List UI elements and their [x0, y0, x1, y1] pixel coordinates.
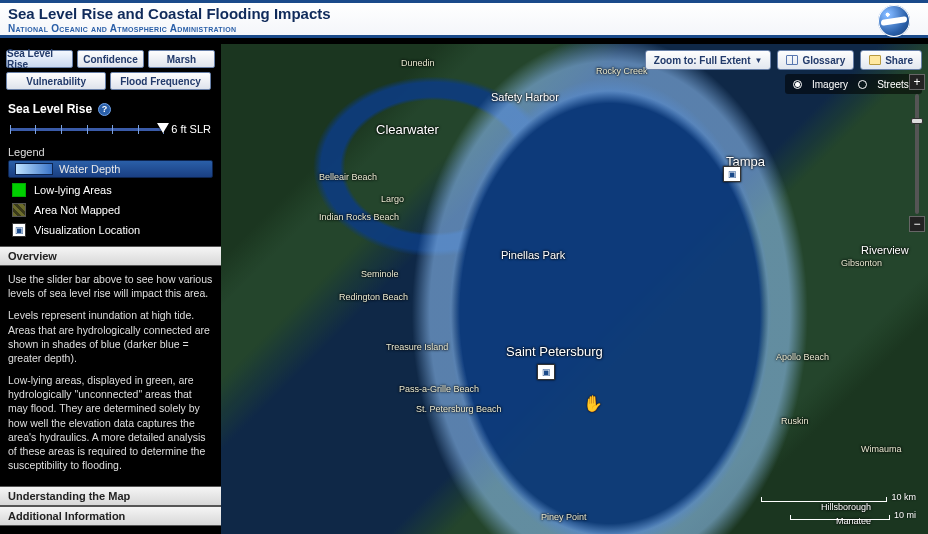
help-icon[interactable]: ? — [98, 103, 111, 116]
map-top-controls: Zoom to: Full Extent ▼ Glossary Share — [645, 50, 922, 70]
slider-section-label: Sea Level Rise ? — [0, 96, 221, 118]
book-icon — [786, 55, 798, 65]
zoom-in-button[interactable]: + — [909, 74, 925, 90]
tab-vulnerability[interactable]: Vulnerability — [6, 72, 106, 90]
not-mapped-swatch-icon — [12, 203, 26, 217]
zoom-to-dropdown[interactable]: Zoom to: Full Extent ▼ — [645, 50, 772, 70]
zoom-thumb[interactable] — [911, 118, 923, 124]
label-rocky-creek: Rocky Creek — [596, 66, 648, 76]
accordion-overview-header[interactable]: Overview — [0, 246, 221, 266]
page-subtitle: National Oceanic and Atmospheric Adminis… — [8, 23, 920, 34]
label-saint-petersburg: Saint Petersburg — [506, 344, 603, 359]
legend-viz-location: ▣ Visualization Location — [0, 220, 221, 240]
layer-tabs: Sea Level Rise Confidence Marsh Vulnerab… — [0, 44, 221, 96]
slider-thumb[interactable] — [157, 123, 169, 133]
sidebar: Sea Level Rise Confidence Marsh Vulnerab… — [0, 44, 221, 534]
scale-bar-km: 10 km — [761, 492, 916, 502]
label-pinellas-park: Pinellas Park — [501, 249, 565, 261]
legend-low-lying: Low-lying Areas — [0, 180, 221, 200]
zoom-to-label: Zoom to: Full Extent — [654, 55, 751, 66]
label-piney-point: Piney Point — [541, 512, 587, 522]
app-header: Sea Level Rise and Coastal Flooding Impa… — [0, 0, 928, 38]
radio-streets[interactable] — [858, 80, 867, 89]
glossary-label: Glossary — [802, 55, 845, 66]
viz-location-icon: ▣ — [12, 223, 26, 237]
scale-mi-label: 10 mi — [894, 510, 916, 520]
label-apollo: Apollo Beach — [776, 352, 829, 362]
label-gibsonton: Gibsonton — [841, 258, 882, 268]
zoom-slider[interactable] — [915, 94, 919, 214]
tab-sea-level-rise[interactable]: Sea Level Rise — [6, 50, 73, 68]
tab-marsh[interactable]: Marsh — [148, 50, 215, 68]
label-ruskin: Ruskin — [781, 416, 809, 426]
overview-p3: Low-lying areas, displayed in green, are… — [8, 373, 213, 472]
viz-location-marker-stpete[interactable]: ▣ — [537, 364, 555, 380]
scale-km-label: 10 km — [891, 492, 916, 502]
basemap-switcher[interactable]: Imagery Streets — [785, 74, 922, 94]
accordion-overview-body: Use the slider bar above to see how vari… — [0, 266, 221, 486]
legend-not-mapped-label: Area Not Mapped — [34, 204, 120, 216]
label-wimauma: Wimauma — [861, 444, 902, 454]
chevron-down-icon: ▼ — [754, 56, 762, 65]
scale-bar-mi: 10 mi — [790, 510, 916, 520]
label-treasure-island: Treasure Island — [386, 342, 448, 352]
label-safety-harbor: Safety Harbor — [491, 91, 559, 103]
shallow-layer — [221, 44, 928, 534]
label-clearwater: Clearwater — [376, 122, 439, 137]
zoom-control: + − — [906, 74, 928, 234]
radio-imagery[interactable] — [793, 80, 802, 89]
share-icon — [869, 55, 881, 65]
accordion-understanding-header[interactable]: Understanding the Map — [0, 486, 221, 506]
label-dunedin: Dunedin — [401, 58, 435, 68]
label-pass-a-grille: Pass-a-Grille Beach — [399, 384, 479, 394]
share-label: Share — [885, 55, 913, 66]
legend-not-mapped: Area Not Mapped — [0, 200, 221, 220]
overview-p1: Use the slider bar above to see how vari… — [8, 272, 213, 300]
low-lying-swatch-icon — [12, 183, 26, 197]
legend-water-depth: Water Depth — [8, 160, 213, 178]
overview-p2: Levels represent inundation at high tide… — [8, 308, 213, 365]
water-depth-swatch-icon — [15, 163, 53, 175]
legend-viz-location-label: Visualization Location — [34, 224, 140, 236]
page-title: Sea Level Rise and Coastal Flooding Impa… — [8, 5, 920, 23]
slider-title: Sea Level Rise — [8, 102, 92, 116]
label-seminole: Seminole — [361, 269, 399, 279]
glossary-button[interactable]: Glossary — [777, 50, 854, 70]
slr-slider[interactable]: 6 ft SLR — [0, 118, 221, 144]
legend-water-depth-label: Water Depth — [59, 163, 120, 175]
label-st-pete-beach: St. Petersburg Beach — [416, 404, 502, 414]
noaa-logo-icon — [878, 5, 910, 37]
label-indian-rocks: Indian Rocks Beach — [319, 212, 399, 222]
map-viewport[interactable]: Dunedin Rocky Creek Safety Harbor Clearw… — [221, 44, 928, 534]
tab-confidence[interactable]: Confidence — [77, 50, 144, 68]
label-riverview: Riverview — [861, 244, 909, 256]
slider-readout: 6 ft SLR — [171, 123, 211, 135]
share-button[interactable]: Share — [860, 50, 922, 70]
label-belleair: Belleair Beach — [319, 172, 377, 182]
basemap-streets-label: Streets — [877, 79, 909, 90]
label-largo: Largo — [381, 194, 404, 204]
legend-low-lying-label: Low-lying Areas — [34, 184, 112, 196]
basemap-imagery-label: Imagery — [812, 79, 848, 90]
tab-flood-frequency[interactable]: Flood Frequency — [110, 72, 210, 90]
zoom-out-button[interactable]: − — [909, 216, 925, 232]
legend-title: Legend — [0, 144, 221, 160]
viz-location-marker-tampa[interactable]: ▣ — [723, 166, 741, 182]
label-redington: Redington Beach — [339, 292, 408, 302]
accordion-additional-header[interactable]: Additional Information — [0, 506, 221, 526]
